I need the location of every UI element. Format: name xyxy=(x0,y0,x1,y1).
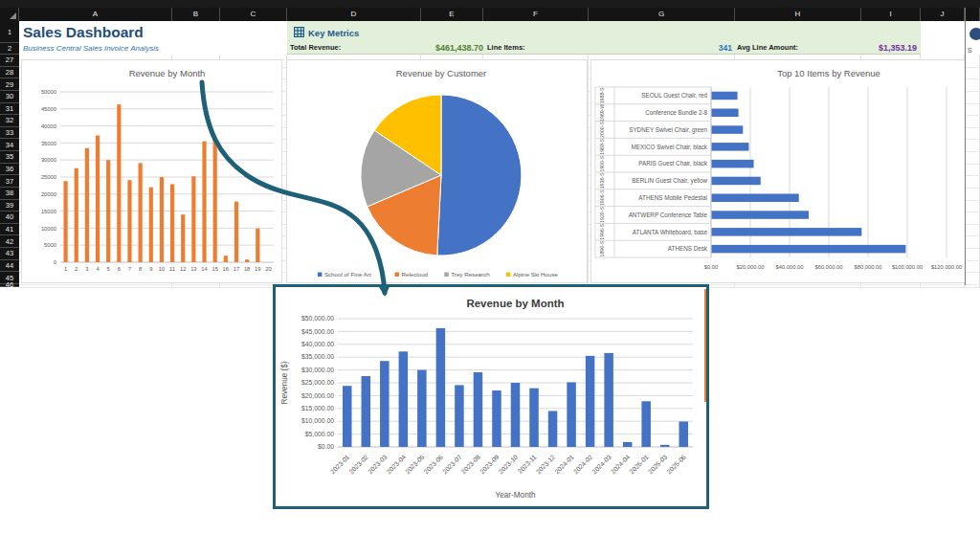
svg-text:$25,000.00: $25,000.00 xyxy=(301,379,334,386)
svg-text:Year-Month: Year-Month xyxy=(495,491,535,500)
svg-text:Revenue ($): Revenue ($) xyxy=(280,361,289,404)
screenshot-artifact-sliver xyxy=(704,289,706,402)
svg-text:2023-12: 2023-12 xyxy=(535,454,557,476)
column-header-A[interactable]: A xyxy=(19,8,172,21)
svg-text:1896-S: 1896-S xyxy=(599,240,605,256)
row-header-34[interactable]: 34 xyxy=(0,139,19,151)
svg-text:20000: 20000 xyxy=(41,191,56,197)
svg-text:Trey Research: Trey Research xyxy=(451,271,490,278)
row-header-41[interactable]: 41 xyxy=(0,224,19,236)
row-header-37[interactable]: 37 xyxy=(0,175,19,188)
svg-text:1920-S: 1920-S xyxy=(599,207,605,223)
svg-text:MEXICO Swivel Chair, black: MEXICO Swivel Chair, black xyxy=(632,144,708,150)
row-header-42[interactable]: 42 xyxy=(0,235,19,248)
select-all-corner[interactable] xyxy=(0,8,19,21)
svg-text:ATHENS Desk: ATHENS Desk xyxy=(668,245,708,252)
page-subtitle[interactable]: Business Central Sales Invoice Analysis xyxy=(23,43,281,55)
row-header-29[interactable]: 29 xyxy=(0,78,19,91)
row-header-46[interactable]: 46 xyxy=(0,284,19,287)
svg-text:1988-S: 1988-S xyxy=(599,87,605,103)
row-header-44[interactable]: 44 xyxy=(0,260,19,273)
svg-text:19: 19 xyxy=(255,266,260,272)
column-header-partial[interactable] xyxy=(965,8,980,21)
revenue-by-month-chart[interactable]: Revenue by Month050001000015000200002500… xyxy=(21,59,282,283)
svg-text:1969-W: 1969-W xyxy=(599,104,605,122)
svg-text:2024-04: 2024-04 xyxy=(610,454,632,476)
partial-legend-dot xyxy=(969,28,980,40)
key-metrics-title: Key Metrics xyxy=(308,28,359,38)
column-headers: ABCDEFGHIJ xyxy=(0,8,980,21)
svg-text:9: 9 xyxy=(149,266,152,272)
revenue-by-customer-pie-chart[interactable]: Revenue by CustomerSchool of Fine ArtRel… xyxy=(286,59,588,283)
svg-text:10000: 10000 xyxy=(41,226,56,232)
column-header-I[interactable]: I xyxy=(861,8,921,21)
row-headers: 1227282930313233343536373839404142434445… xyxy=(0,21,19,287)
corner-triangle-icon xyxy=(10,12,16,19)
svg-text:7: 7 xyxy=(128,266,131,272)
svg-text:2023-05: 2023-05 xyxy=(404,454,426,476)
row-header-39[interactable]: 39 xyxy=(0,200,19,212)
svg-text:PARIS Guest Chair, black: PARIS Guest Chair, black xyxy=(638,160,707,167)
column-header-C[interactable]: C xyxy=(220,8,287,21)
column-header-E[interactable]: E xyxy=(421,8,483,21)
svg-text:$20,000.00: $20,000.00 xyxy=(301,392,334,399)
svg-text:12: 12 xyxy=(180,266,186,272)
svg-text:SYDNEY Swivel Chair, green: SYDNEY Swivel Chair, green xyxy=(629,126,707,134)
row-header-31[interactable]: 31 xyxy=(0,103,19,116)
svg-text:$50,000.00: $50,000.00 xyxy=(301,315,334,322)
svg-text:ATLANTA Whiteboard, base: ATLANTA Whiteboard, base xyxy=(633,229,708,235)
row-header-2[interactable]: 2 xyxy=(0,43,19,55)
row-header-43[interactable]: 43 xyxy=(0,248,19,260)
partial-legend-text: S xyxy=(968,47,972,54)
row-header-38[interactable]: 38 xyxy=(0,188,19,200)
svg-text:$30,000.00: $30,000.00 xyxy=(301,367,334,373)
column-gridline xyxy=(588,55,589,287)
top-10-items-chart[interactable]: Top 10 Items by Revenue$0.00$20,000.00$4… xyxy=(590,59,966,283)
column-header-G[interactable]: G xyxy=(589,8,735,21)
key-metrics-band[interactable]: Key Metrics Total Revenue: $461,438.70 L… xyxy=(287,21,921,55)
svg-text:$100,000.00: $100,000.00 xyxy=(892,264,923,270)
svg-text:2024-03: 2024-03 xyxy=(590,454,612,476)
svg-text:$35,000.00: $35,000.00 xyxy=(301,353,334,360)
row-header-35[interactable]: 35 xyxy=(0,151,19,164)
grid-table-icon xyxy=(294,27,304,39)
key-metrics-row: Total Revenue: $461,438.70 Line Items: 3… xyxy=(287,42,921,54)
row-header-1[interactable]: 1 xyxy=(0,21,19,43)
svg-text:$0.00: $0.00 xyxy=(704,264,719,270)
svg-text:5: 5 xyxy=(107,266,110,272)
row-header-27[interactable]: 27 xyxy=(0,55,19,67)
svg-text:$120,000.00: $120,000.00 xyxy=(931,264,962,270)
svg-text:2023-10: 2023-10 xyxy=(498,454,520,476)
row-header-36[interactable]: 36 xyxy=(0,164,19,176)
column-header-D[interactable]: D xyxy=(287,8,421,21)
svg-text:Alpine Ski House: Alpine Ski House xyxy=(513,271,559,278)
svg-text:$0.00: $0.00 xyxy=(318,443,334,450)
svg-text:SEOUL Guest Chair, red: SEOUL Guest Chair, red xyxy=(641,92,707,99)
svg-text:ANTWERP Conference Table: ANTWERP Conference Table xyxy=(629,211,708,218)
svg-text:2023-01: 2023-01 xyxy=(329,454,351,476)
excel-dashboard-screenshot: ABCDEFGHIJ 12272829303132333435363738394… xyxy=(0,0,980,534)
svg-text:$20,000.00: $20,000.00 xyxy=(736,264,764,270)
svg-text:14: 14 xyxy=(201,266,208,272)
column-header-H[interactable]: H xyxy=(735,8,861,21)
svg-text:Revenue by Month: Revenue by Month xyxy=(466,298,564,309)
column-header-J[interactable]: J xyxy=(921,8,965,21)
svg-text:$40,000.00: $40,000.00 xyxy=(775,264,803,270)
row-header-30[interactable]: 30 xyxy=(0,91,19,103)
page-title[interactable]: Sales Dashboard xyxy=(23,21,272,43)
svg-text:2025-01: 2025-01 xyxy=(628,454,650,476)
svg-text:Revenue by Customer: Revenue by Customer xyxy=(396,68,487,78)
column-header-B[interactable]: B xyxy=(172,8,220,21)
column-header-F[interactable]: F xyxy=(483,8,589,21)
row-header-28[interactable]: 28 xyxy=(0,67,19,79)
svg-text:30000: 30000 xyxy=(41,157,56,163)
row-header-32[interactable]: 32 xyxy=(0,115,19,127)
revenue-by-month-inset-panel[interactable]: Revenue by Month$0.00$5,000.00$10,000.00… xyxy=(273,284,709,509)
svg-text:15: 15 xyxy=(212,266,217,272)
row-header-40[interactable]: 40 xyxy=(0,211,19,224)
row-header-33[interactable]: 33 xyxy=(0,127,19,140)
line-items-value: 341 xyxy=(622,42,732,54)
svg-text:2023-04: 2023-04 xyxy=(385,454,407,476)
svg-text:1900-S: 1900-S xyxy=(599,155,605,171)
svg-text:2000-S: 2000-S xyxy=(599,122,605,138)
